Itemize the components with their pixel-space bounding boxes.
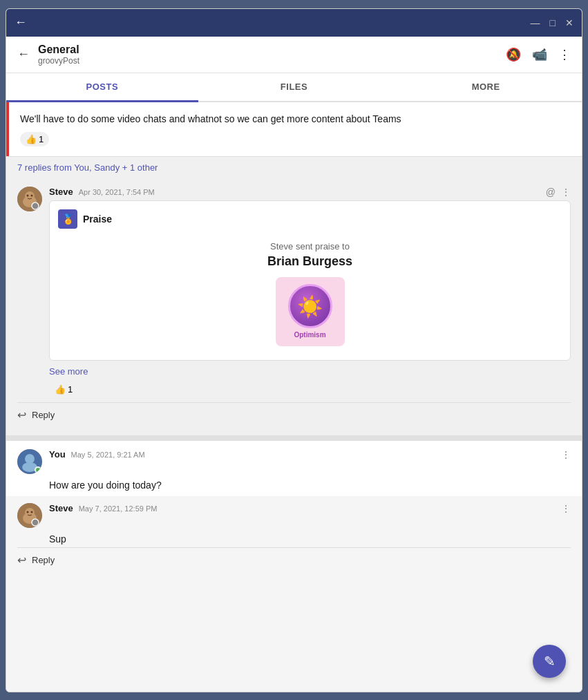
bell-icon[interactable]: 🔕 [506,47,521,62]
steve-reply-more-icon[interactable]: ⋮ [561,503,571,514]
maximize-button[interactable]: □ [550,17,556,28]
channel-header: ← General groovyPost 🔕 📹 ⋮ [6,37,582,73]
praise-badge-circle: ☀️ [288,284,332,328]
more-options-icon[interactable]: ⋮ [558,47,571,62]
channel-name: General [38,44,79,56]
praise-badge: ☀️ Optimism [276,277,345,346]
praise-icon: 🏅 [58,209,77,229]
you-message-item: You May 5, 2021, 9:21 AM ⋮ [17,449,571,474]
svg-point-5 [32,202,39,209]
thread-reaction-badge[interactable]: 👍 1 [49,382,78,397]
top-message-text: We'll have to do some video chats and wh… [20,112,571,126]
top-reaction-badge[interactable]: 👍 1 [20,132,49,146]
steve-reply-meta: Steve May 7, 2021, 12:59 PM ⋮ [49,503,571,514]
you-message-text: How are you doing today? [17,480,571,491]
title-bar: ← — □ ✕ [6,9,582,37]
section-divider [6,435,582,441]
app-window: ← — □ ✕ ← General groovyPost 🔕 📹 ⋮ [6,8,582,692]
replies-link[interactable]: 7 replies from You, Sandy + 1 other [6,156,582,178]
praise-content: Steve sent praise to Brian Burgess ☀️ Op… [58,236,562,352]
thread-section: Steve Apr 30, 2021, 7:54 PM @ ⋮ 🏅 [6,178,582,435]
compose-fab-button[interactable]: ✎ [533,645,566,678]
thread-reaction-count: 1 [68,384,73,395]
channel-back-button[interactable]: ← [17,47,30,62]
steve-reply-avatar-img [17,503,42,528]
svg-point-7 [25,454,35,464]
top-message: We'll have to do some video chats and wh… [6,102,582,156]
you-sender-name: You [49,449,66,460]
you-message-meta: You May 5, 2021, 9:21 AM ⋮ [49,449,571,460]
you-message-body: You May 5, 2021, 9:21 AM ⋮ [49,449,571,474]
tabs-bar: POSTS FILES MORE [6,73,582,102]
praise-label: Praise [83,214,112,225]
reaction-count: 1 [39,134,44,144]
steve-avatar [17,187,42,211]
second-message-section: You May 5, 2021, 9:21 AM ⋮ How are you d… [6,441,582,579]
close-button[interactable]: ✕ [565,17,573,28]
you-message-time: May 5, 2021, 9:21 AM [71,451,145,459]
svg-point-14 [32,519,39,526]
you-avatar [17,449,42,474]
thread-reply-label: Reply [32,410,55,420]
praise-sun-emoji: ☀️ [297,294,323,319]
see-more-link[interactable]: See more [49,366,571,377]
reply-icon: ↩ [17,408,26,422]
tab-more[interactable]: MORE [390,73,582,101]
content-area: We'll have to do some video chats and wh… [6,102,582,692]
video-icon[interactable]: 📹 [532,47,547,62]
praise-sent-to: Steve sent praise to [58,241,562,252]
compose-icon: ✎ [544,653,556,670]
praise-recipient: Brian Burgess [58,254,562,269]
thumbsup-emoji: 👍 [26,134,37,144]
svg-point-13 [31,511,33,513]
tab-posts[interactable]: POSTS [6,73,198,102]
steve-message-item: Steve Apr 30, 2021, 7:54 PM @ ⋮ 🏅 [17,187,571,397]
steve-reply-avatar [17,503,42,528]
steve-message-body: Steve Apr 30, 2021, 7:54 PM @ ⋮ 🏅 [49,187,571,397]
svg-point-3 [27,194,29,196]
thread-thumbsup-emoji: 👍 [55,384,66,395]
steve-reply-item: Steve May 7, 2021, 12:59 PM ⋮ [17,503,571,528]
svg-point-11 [25,508,35,518]
svg-point-2 [25,191,35,201]
praise-card-header: 🏅 Praise [58,209,562,229]
minimize-button[interactable]: — [531,17,540,28]
steve-reply-body: Steve May 7, 2021, 12:59 PM ⋮ [49,503,571,528]
svg-point-12 [27,511,29,513]
you-more-icon[interactable]: ⋮ [561,449,571,460]
channel-subtitle: groovyPost [38,56,79,66]
steve-reply-sender: Steve [49,503,73,513]
channel-info: General groovyPost [38,44,79,66]
nested-reply-section: Steve May 7, 2021, 12:59 PM ⋮ Sup ↩ Repl… [6,496,582,579]
steve-message-time: Apr 30, 2021, 7:54 PM [79,188,155,196]
steve-avatar-img [17,187,42,211]
nested-reply-icon: ↩ [17,554,26,567]
tab-files[interactable]: FILES [198,73,390,101]
praise-badge-text: Optimism [294,331,325,339]
mention-icon[interactable]: @ [546,187,556,198]
message-more-icon[interactable]: ⋮ [561,187,571,198]
thread-reply-bar[interactable]: ↩ Reply [17,402,571,427]
title-bar-back-button[interactable]: ← [15,15,27,30]
steve-sender-name: Steve [49,187,73,197]
steve-reply-time: May 7, 2021, 12:59 PM [79,504,158,513]
you-status-dot [35,466,41,473]
nested-reply-bar[interactable]: ↩ Reply [17,547,571,572]
svg-point-4 [31,194,33,196]
praise-card: 🏅 Praise Steve sent praise to Brian Burg… [49,200,571,361]
steve-reply-text: Sup [17,533,571,545]
steve-message-meta: Steve Apr 30, 2021, 7:54 PM @ ⋮ [49,187,571,198]
nested-reply-label: Reply [32,555,55,565]
